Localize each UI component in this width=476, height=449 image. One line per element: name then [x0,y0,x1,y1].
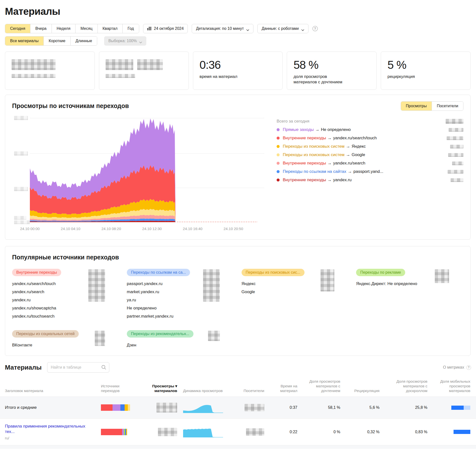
next-row-peek [0,445,476,449]
period-toolbar: Сегодня Вчера Неделя Месяц Квартал Год 2… [5,24,471,33]
blurred-y-tick [14,116,28,120]
legend-label[interactable]: Внутренние переходы [283,178,326,182]
source-group-tag[interactable]: Переходы из поисковых сис... [242,269,305,276]
scroll-share: 0,83 % [415,430,427,434]
source-group-tag[interactable]: Переходы по рекламе [356,269,405,276]
period-tab-today[interactable]: Сегодня [5,24,30,33]
bar-segment [101,404,113,411]
period-tab-quarter[interactable]: Квартал [97,24,122,33]
source-group-internal: Внутренние переходы yandex.ru/search/tou… [12,269,119,320]
column-header-scroll-share[interactable]: Доля просмотров материалов с доскроллом [385,379,427,393]
arrow-icon: → [327,136,332,141]
period-tab-yesterday[interactable]: Вчера [30,24,51,33]
legend-label[interactable]: Внутренние переходы [283,136,326,141]
blurred-label [12,74,56,78]
data-mode-dropdown[interactable]: Данные: с роботами [257,24,308,33]
blurred-legend-value [449,128,463,132]
toggle-visitors[interactable]: Посетители [432,102,463,110]
source-item: passport.yandex.ru [127,280,190,288]
source-item: yandex.ru/showcaptcha [12,304,61,312]
blurred-total-value [446,119,463,124]
mobile-share-bar [454,430,470,434]
column-header-sources[interactable]: Источники переходов [101,384,138,393]
legend-label[interactable]: Переходы из поисковых систем [283,144,344,149]
table-row-material: Правила применения рекомендательных тех.… [0,418,476,445]
data-mode-label: Данные: с роботами [262,26,299,31]
source-item: Яндекс [242,280,305,288]
search-input[interactable] [47,362,109,373]
scroll-share: 25,8 % [415,405,427,410]
source-item: Google [242,288,305,296]
card-value: 0:36 [200,59,276,71]
source-group-tag[interactable]: Переходы из социальных сетей [12,330,79,338]
source-group-tag[interactable]: Внутренние переходы [12,269,61,276]
source-group-ads: Переходы по рекламе Яндекс.Директ: Не оп… [356,269,463,320]
chart-title: Просмотры по источникам переходов [12,102,129,109]
source-item: partner.market.yandex.ru [127,312,190,320]
date-picker-button[interactable]: 24 октября 2024 [143,24,188,33]
about-metrics-label: О метриках [443,365,464,370]
legend-label[interactable]: Внутренние переходы [283,161,326,166]
sample-dropdown[interactable]: Выборка: 100% [104,36,146,46]
svg-text:24.10 08:20: 24.10 08:20 [101,227,121,231]
column-header-read-share[interactable]: Доля просмотров материалов с дочтением [303,379,340,393]
sources-chart-panel: Просмотры по источникам переходов Просмо… [5,95,471,240]
legend-item: Внутренние переходы → yandex.ru/search [277,159,463,167]
table-column-headers: Заголовок материала Источники переходов … [0,379,476,396]
source-group-site-links: Переходы по ссылкам на са... passport.ya… [127,269,234,320]
column-header-views-sorted[interactable]: Просмотры ▾ материалов [144,384,177,393]
bar-segment [126,429,127,435]
blurred-value [106,59,133,70]
date-picker-label: 24 октября 2024 [154,26,184,31]
filter-tab-all[interactable]: Все материалы [5,36,43,45]
popular-sources-groups: Внутренние переходы yandex.ru/search/tou… [12,269,463,349]
blurred-values [203,269,220,302]
blurred-values [88,269,105,302]
popular-sources-title: Популярные источники переходов [12,254,463,261]
svg-text:24.10 00:00: 24.10 00:00 [20,227,39,231]
filter-tab-short[interactable]: Короткие [43,36,70,45]
source-group-tag[interactable]: Переходы из рекомендательн... [127,330,193,338]
chart-canvas: 24.10 00:0024.10 04:1024.10 08:2024.10 1… [30,117,264,233]
column-header-title[interactable]: Заголовок материала [5,388,95,393]
material-link: Правила применения рекомендательных тех.… [5,424,95,434]
arrow-icon: → [346,152,350,157]
legend-label[interactable]: Переходы по ссылкам на сайтах [283,169,346,174]
legend-item: Прямые заходы → Не определено [277,126,463,134]
read-share: 58,1 % [328,405,340,410]
help-icon[interactable]: ? [312,26,318,31]
legend-item: Внутренние переходы → yandex.ru [277,176,463,184]
toggle-views[interactable]: Просмотры [401,102,432,110]
arrow-icon: → [315,127,320,132]
blurred-legend-value [450,145,463,148]
filter-tab-long[interactable]: Длинные [70,36,97,45]
column-header-time[interactable]: Время на материал [270,384,297,393]
calendar-icon [147,27,152,31]
svg-text:24.10 16:40: 24.10 16:40 [183,227,202,231]
time-on-material: 0:37 [290,405,297,410]
source-group-recommendation: Переходы из рекомендательн... Дзен [127,330,234,349]
legend-label[interactable]: Прямые заходы [283,127,314,132]
series-color-dot [277,145,280,148]
source-group-tag[interactable]: Переходы по ссылкам на са... [127,269,190,276]
granularity-dropdown[interactable]: Детализация: по 10 минут [192,24,253,33]
card-label: рециркуляция [387,74,464,79]
column-header-recirculation[interactable]: Рециркуляция [354,388,380,393]
sample-label: Выборка: 100% [108,39,137,43]
chevron-down-icon [301,28,304,30]
about-metrics-link[interactable]: О метриках ? [443,365,471,370]
material-title-link[interactable]: Правила применения рекомендательных тех.… [5,424,85,434]
arrow-icon: → [346,144,350,149]
period-tab-year[interactable]: Год [122,24,139,33]
period-tab-month[interactable]: Месяц [75,24,97,33]
column-header-dynamics[interactable]: Динамика просмотров [183,388,229,393]
column-header-mobile-share[interactable]: Доля мобильных просмотров материалов [433,379,470,393]
legend-target: yandex.ru [333,178,352,182]
period-tab-week[interactable]: Неделя [52,24,76,33]
source-item: yandex.ru [12,296,61,304]
search-icon[interactable] [101,365,106,371]
legend-label[interactable]: Переходы из поисковых систем [283,152,344,157]
svg-text:24.10 12:30: 24.10 12:30 [142,227,162,231]
column-header-visitors[interactable]: Посетители [244,388,264,393]
views-sparkline [183,427,229,437]
